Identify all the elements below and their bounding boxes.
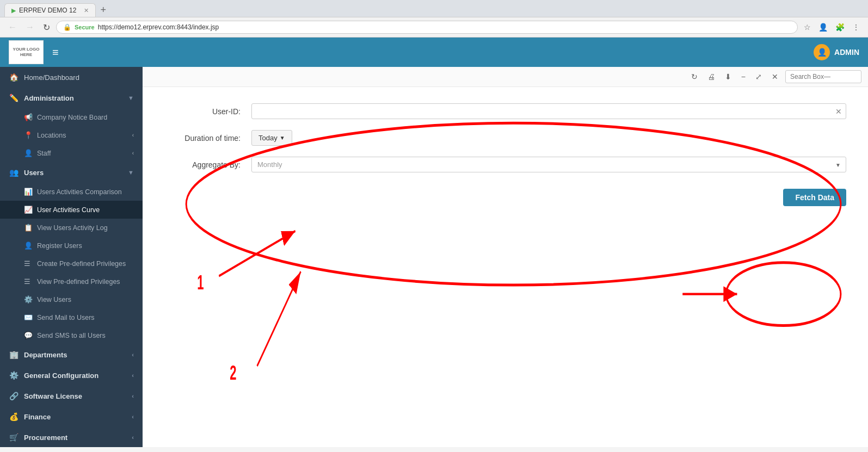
sidebar-item-send-mail-to-users[interactable]: ✉️ Send Mail to Users xyxy=(0,308,143,326)
locations-arrow: ‹ xyxy=(132,132,134,138)
logo: YOUR LOGO HERE xyxy=(9,40,44,64)
user-id-input-wrap: ✕ xyxy=(251,103,846,119)
tab-favicon: ▶ xyxy=(11,7,16,14)
administration-label: Administration xyxy=(24,94,74,102)
reload-button[interactable]: ↻ xyxy=(40,21,53,34)
hamburger-menu-button[interactable]: ≡ xyxy=(52,46,59,59)
svg-line-3 xyxy=(257,271,300,366)
user-id-row: User-ID: ✕ xyxy=(164,103,846,119)
home-label: Home/Dashboard xyxy=(24,73,79,82)
view-privileges-icon: ☰ xyxy=(24,277,33,286)
sidebar-item-view-pre-defined-privileges[interactable]: ☰ View Pre-defined Privileges xyxy=(0,273,143,290)
send-mail-icon: ✉️ xyxy=(24,313,33,321)
departments-label: Departments xyxy=(24,351,67,359)
sidebar-section-administration[interactable]: ✏️ Administration ▼ xyxy=(0,88,143,108)
tab-close-button[interactable]: ✕ xyxy=(84,7,89,14)
user-profile-icon[interactable]: 👤 xyxy=(816,21,830,33)
procurement-icon: 🛒 xyxy=(9,433,19,442)
procurement-arrow: ‹ xyxy=(132,434,134,441)
download-button[interactable]: ⬇ xyxy=(722,71,734,83)
secure-label: Secure xyxy=(75,24,95,30)
menu-icon[interactable]: ⋮ xyxy=(849,21,863,33)
locations-label: Locations xyxy=(37,132,66,139)
sidebar-item-locations[interactable]: 📍 Locations ‹ xyxy=(0,126,143,144)
sidebar-section-departments[interactable]: 🏢 Departments ‹ xyxy=(0,344,143,365)
sidebar-item-send-sms-to-all-users[interactable]: 💬 Send SMS to all Users xyxy=(0,326,143,344)
sidebar-section-finance[interactable]: 💰 Finance ‹ xyxy=(0,406,143,427)
browser-action-icons: ☆ 👤 🧩 ⋮ xyxy=(801,21,863,33)
users-activities-comparison-label: Users Activities Comparison xyxy=(37,188,122,196)
sidebar-item-user-activities-curve[interactable]: 📈 User Activities Curve xyxy=(0,201,143,219)
sidebar-item-staff[interactable]: 👤 Staff ‹ xyxy=(0,144,143,162)
content-toolbar: ↻ 🖨 ⬇ − ⤢ ✕ xyxy=(143,67,868,87)
forward-button[interactable]: → xyxy=(23,21,37,33)
finance-label: Finance xyxy=(24,413,51,421)
refresh-button[interactable]: ↻ xyxy=(688,71,700,83)
view-users-label: View Users xyxy=(37,296,71,304)
departments-icon: 🏢 xyxy=(9,350,19,359)
app-header: YOUR LOGO HERE ≡ 👤 ADMIN xyxy=(0,38,868,67)
users-arrow: ▼ xyxy=(128,169,134,176)
procurement-label: Procurement xyxy=(24,434,67,442)
sidebar-section-software-license[interactable]: 🔗 Software License ‹ xyxy=(0,386,143,406)
company-notice-icon: 📢 xyxy=(24,113,33,121)
duration-row: Duration of time: Today ▼ xyxy=(164,130,846,146)
departments-arrow: ‹ xyxy=(132,351,134,358)
sidebar-section-procurement[interactable]: 🛒 Procurement ‹ xyxy=(0,427,143,447)
users-icon: 👥 xyxy=(9,168,19,177)
send-sms-icon: 💬 xyxy=(24,331,33,339)
user-id-input[interactable] xyxy=(251,103,846,119)
sidebar-item-register-users[interactable]: 👤 Register Users xyxy=(0,237,143,255)
view-users-activity-log-label: View Users Activity Log xyxy=(37,224,108,232)
content-pane: ↻ 🖨 ⬇ − ⤢ ✕ User-ID: ✕ xyxy=(143,67,868,447)
extensions-icon[interactable]: 🧩 xyxy=(833,21,847,33)
administration-icon: ✏️ xyxy=(9,94,19,102)
browser-navigation: ← → ↻ 🔒 Secure https://demo12.erprev.com… xyxy=(0,17,868,37)
back-button[interactable]: ← xyxy=(5,21,20,33)
print-button[interactable]: 🖨 xyxy=(705,71,718,83)
create-pre-defined-privileges-label: Create Pre-defined Privileges xyxy=(37,260,126,268)
sidebar-item-view-users-activity-log[interactable]: 📋 View Users Activity Log xyxy=(0,219,143,237)
fetch-data-row: Fetch Data xyxy=(164,183,846,206)
send-sms-to-all-users-label: Send SMS to all Users xyxy=(37,332,106,339)
duration-value: Today xyxy=(258,134,278,142)
sidebar-item-home[interactable]: 🏠 Home/Dashboard xyxy=(0,67,143,88)
finance-arrow: ‹ xyxy=(132,413,134,420)
users-label: Users xyxy=(24,169,44,177)
header-left: YOUR LOGO HERE ≡ xyxy=(9,40,59,64)
active-tab[interactable]: ▶ ERPREV DEMO 12 ✕ xyxy=(4,3,96,17)
view-pre-defined-privileges-label: View Pre-defined Privileges xyxy=(37,278,120,286)
sidebar-item-company-notice-board[interactable]: 📢 Company Notice Board xyxy=(0,108,143,126)
maximize-button[interactable]: ⤢ xyxy=(753,71,765,83)
sidebar-item-users-activities-comparison[interactable]: 📊 Users Activities Comparison xyxy=(0,183,143,201)
bookmarks-icon[interactable]: ☆ xyxy=(801,21,814,33)
aggregate-select[interactable]: Monthly Weekly Daily xyxy=(251,157,846,172)
user-activities-curve-label: User Activities Curve xyxy=(37,206,100,214)
view-users-icon: ⚙️ xyxy=(24,295,33,304)
browser-chrome: ▶ ERPREV DEMO 12 ✕ + ← → ↻ 🔒 Secure http… xyxy=(0,0,868,38)
general-config-arrow: ‹ xyxy=(132,372,134,379)
software-license-arrow: ‹ xyxy=(132,393,134,399)
close-panel-button[interactable]: ✕ xyxy=(769,71,781,83)
staff-icon: 👤 xyxy=(24,149,33,157)
svg-point-6 xyxy=(726,263,840,326)
sidebar-section-general-configuration[interactable]: ⚙️ General Configuration ‹ xyxy=(0,365,143,386)
address-bar[interactable]: 🔒 Secure https://demo12.erprev.com:8443/… xyxy=(56,21,798,34)
software-license-icon: 🔗 xyxy=(9,392,19,400)
staff-arrow: ‹ xyxy=(132,150,134,156)
sidebar-item-view-users[interactable]: ⚙️ View Users xyxy=(0,290,143,308)
register-users-label: Register Users xyxy=(37,242,82,250)
duration-dropdown[interactable]: Today ▼ xyxy=(251,130,292,146)
sidebar-section-users[interactable]: 👥 Users ▼ xyxy=(0,162,143,183)
search-input[interactable] xyxy=(785,70,861,83)
activities-curve-icon: 📈 xyxy=(24,206,33,214)
home-icon: 🏠 xyxy=(9,73,19,82)
sidebar-item-create-pre-defined-privileges[interactable]: ☰ Create Pre-defined Privileges xyxy=(0,255,143,273)
new-tab-button[interactable]: + xyxy=(96,4,110,16)
duration-caret: ▼ xyxy=(280,135,285,141)
send-mail-to-users-label: Send Mail to Users xyxy=(37,314,95,321)
fetch-data-button[interactable]: Fetch Data xyxy=(783,189,846,206)
minimize-button[interactable]: − xyxy=(738,71,748,83)
svg-text:1: 1 xyxy=(197,272,204,294)
user-id-clear-button[interactable]: ✕ xyxy=(835,107,842,116)
